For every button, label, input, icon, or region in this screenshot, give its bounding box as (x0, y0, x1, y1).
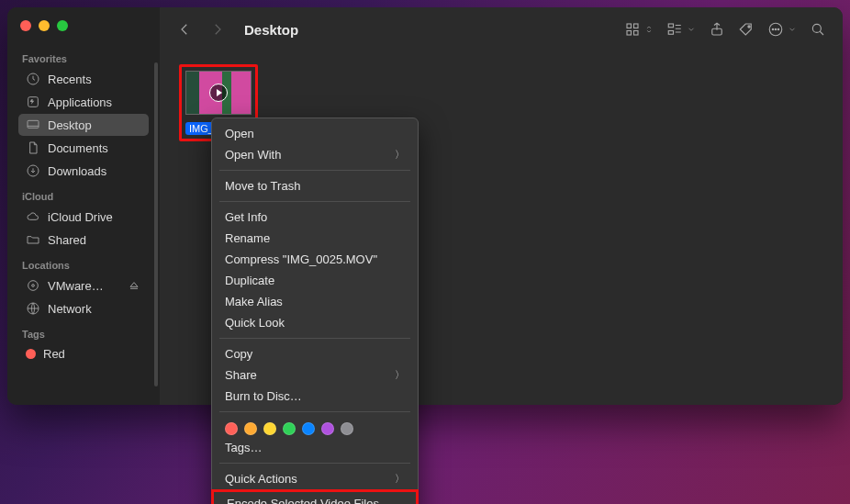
sidebar-item-label: Downloads (48, 164, 106, 178)
sidebar-item-label: Red (43, 347, 65, 361)
sidebar-item-desktop[interactable]: Desktop (18, 114, 149, 136)
sidebar-scrollbar[interactable] (154, 62, 158, 386)
sidebar-section-tags: Tags (22, 329, 149, 340)
sidebar-item-downloads[interactable]: Downloads (18, 160, 149, 182)
ctx-tag-color-row (212, 417, 418, 437)
sidebar-item-label: Shared (48, 233, 86, 247)
ctx-duplicate[interactable]: Duplicate (212, 270, 418, 291)
tag-color-orange[interactable] (244, 422, 257, 435)
tag-color-yellow[interactable] (263, 422, 276, 435)
group-by-button[interactable] (666, 21, 696, 38)
chevron-right-icon: 〉 (395, 472, 405, 486)
action-menu-button[interactable] (767, 21, 797, 38)
ctx-make-alias[interactable]: Make Alias (212, 291, 418, 312)
downloads-icon (26, 163, 40, 178)
tag-color-purple[interactable] (321, 422, 334, 435)
window-traffic-lights (18, 18, 149, 44)
share-button[interactable] (709, 21, 725, 38)
document-icon (26, 140, 40, 155)
ctx-quick-look[interactable]: Quick Look (212, 312, 418, 333)
ctx-burn-to-disc[interactable]: Burn to Disc… (212, 386, 418, 407)
sidebar-item-icloud-drive[interactable]: iCloud Drive (18, 206, 149, 228)
tag-color-dot (26, 349, 36, 359)
tag-color-green[interactable] (283, 422, 296, 435)
menu-separator (219, 338, 410, 339)
search-button[interactable] (810, 21, 826, 38)
tag-color-blue[interactable] (302, 422, 315, 435)
sidebar-item-documents[interactable]: Documents (18, 137, 149, 159)
sidebar-item-recents[interactable]: Recents (18, 68, 149, 90)
svg-rect-11 (668, 24, 673, 28)
sidebar-item-network[interactable]: Network (18, 297, 149, 319)
tags-button[interactable] (738, 21, 755, 38)
toolbar: Desktop (160, 7, 843, 51)
svg-point-4 (28, 281, 39, 291)
disk-icon (26, 278, 40, 293)
ctx-open[interactable]: Open (212, 123, 418, 144)
svg-point-19 (812, 24, 821, 32)
finder-window: Favorites Recents Applications Desktop D… (7, 7, 843, 405)
sidebar-item-shared[interactable]: Shared (18, 229, 149, 251)
cloud-icon (26, 209, 40, 224)
svg-point-5 (32, 285, 35, 287)
tag-color-gray[interactable] (341, 422, 353, 435)
sidebar-section-locations: Locations (22, 260, 149, 271)
svg-rect-9 (627, 31, 632, 36)
svg-point-14 (748, 26, 750, 28)
zoom-window-button[interactable] (57, 20, 68, 31)
tag-color-red[interactable] (225, 422, 238, 435)
ctx-open-with[interactable]: Open With〉 (212, 144, 418, 165)
ctx-quick-actions[interactable]: Quick Actions〉 (212, 468, 418, 489)
ctx-copy[interactable]: Copy (212, 343, 418, 364)
clock-icon (26, 72, 40, 86)
svg-point-16 (772, 28, 774, 30)
menu-separator (219, 411, 410, 412)
sidebar: Favorites Recents Applications Desktop D… (7, 7, 160, 405)
svg-point-17 (775, 28, 777, 30)
applications-icon (26, 95, 40, 109)
menu-separator (219, 170, 410, 171)
sidebar-item-label: Network (48, 302, 92, 316)
sidebar-section-favorites: Favorites (22, 53, 149, 64)
eject-icon[interactable] (127, 278, 141, 293)
menu-separator (219, 463, 410, 464)
sidebar-item-label: Applications (48, 95, 112, 109)
ctx-tags[interactable]: Tags… (212, 437, 418, 458)
sidebar-section-icloud: iCloud (22, 191, 149, 202)
close-window-button[interactable] (20, 20, 31, 31)
view-icons-button[interactable] (624, 21, 654, 38)
sidebar-item-applications[interactable]: Applications (18, 91, 149, 113)
sidebar-item-tag-red[interactable]: Red (18, 343, 149, 364)
forward-button[interactable] (209, 21, 226, 38)
svg-point-18 (777, 28, 779, 30)
svg-rect-2 (28, 120, 39, 128)
globe-icon (26, 301, 40, 316)
sidebar-item-label: Documents (48, 141, 108, 155)
ctx-share[interactable]: Share〉 (212, 364, 418, 386)
svg-rect-8 (634, 24, 639, 28)
svg-rect-7 (627, 24, 632, 28)
ctx-rename[interactable]: Rename (212, 228, 418, 249)
sidebar-item-label: iCloud Drive (48, 210, 113, 224)
annotation-highlight: Encode Selected Video Files (211, 489, 419, 504)
ctx-encode-video[interactable]: Encode Selected Video Files (214, 492, 416, 504)
sidebar-item-label: Desktop (48, 118, 92, 132)
minimize-window-button[interactable] (39, 20, 50, 31)
chevron-right-icon: 〉 (395, 148, 405, 162)
sidebar-item-label: Recents (48, 73, 92, 86)
sidebar-item-vmware[interactable]: VMware… (18, 274, 149, 297)
play-overlay-icon (209, 84, 228, 102)
context-menu: Open Open With〉 Move to Trash Get Info R… (211, 118, 419, 504)
ctx-compress[interactable]: Compress "IMG_0025.MOV" (212, 249, 418, 270)
chevron-right-icon: 〉 (395, 368, 405, 382)
svg-rect-10 (634, 31, 639, 36)
sidebar-item-label: VMware… (48, 279, 104, 293)
menu-separator (219, 201, 410, 202)
video-thumbnail[interactable] (185, 71, 252, 115)
shared-folder-icon (26, 232, 40, 247)
ctx-get-info[interactable]: Get Info (212, 207, 418, 228)
svg-rect-12 (668, 31, 673, 35)
desktop-icon (26, 118, 40, 132)
ctx-move-to-trash[interactable]: Move to Trash (212, 175, 418, 196)
back-button[interactable] (176, 21, 193, 38)
